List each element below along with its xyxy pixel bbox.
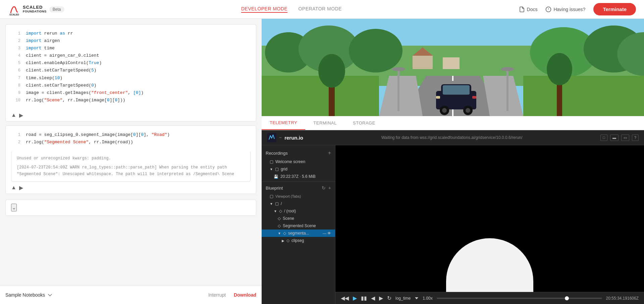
folder-icon: ▢	[275, 167, 279, 171]
rerun-layout-btn-3[interactable]: ▭	[621, 135, 629, 141]
viewport-label: Viewport (Tabs)	[275, 194, 301, 198]
right-panel: TELEMETRY TERMINAL STORAGE ~ rerun.io Wa…	[262, 19, 644, 304]
root-label: /	[281, 201, 282, 206]
nav-developer-mode[interactable]: DEVELOPER MODE	[241, 6, 287, 13]
sidebar-item-root[interactable]: ▼ ◇ / (root)	[262, 207, 335, 215]
rerun-tilde: ~	[279, 135, 282, 140]
rerun-logo-icon	[267, 133, 276, 142]
code-line: 2 rr.log("Segmented Scene", rr.Image(roa…	[6, 139, 256, 146]
header-nav: DEVELOPER MODE OPERATOR MODE	[241, 6, 342, 13]
docs-label: Docs	[527, 7, 538, 12]
code-line: 9 image = client.getImages("front_center…	[6, 89, 256, 97]
issues-link[interactable]: Having issues?	[545, 6, 585, 12]
sidebar-item-clipseg[interactable]: ▶ ◇ clipseg	[262, 237, 335, 244]
svg-point-9	[349, 29, 402, 72]
timeline-track[interactable]	[437, 298, 602, 299]
timeline-step-forward-button[interactable]: ▶	[379, 295, 383, 301]
nav-operator-mode[interactable]: OPERATOR MODE	[298, 6, 342, 13]
rerun-logo: ~ rerun.io	[267, 133, 303, 142]
sidebar-item-grid-recording[interactable]: 💾 20:22:37Z · 5.6 MiB	[262, 173, 335, 180]
svg-marker-20	[262, 76, 379, 116]
expand-cell: ⌄	[5, 199, 256, 216]
issues-icon	[545, 6, 551, 12]
timeline-loop-button[interactable]: ↻	[387, 295, 391, 301]
cell-1-run-button[interactable]: ▶	[19, 112, 23, 118]
tab-telemetry[interactable]: TELEMETRY	[262, 116, 305, 130]
timeline-step-back-button[interactable]: ◀	[371, 295, 375, 301]
logo-icon: SCALED FOUNDATIONS	[8, 3, 20, 15]
code-cell-2-output: Unused or unrecognized kwargs: padding. …	[11, 151, 251, 182]
tab-terminal[interactable]: TERMINAL	[305, 116, 345, 130]
sidebar-item-welcome[interactable]: ▢ Welcome screen	[262, 158, 335, 165]
folder-icon: ▢	[270, 194, 273, 199]
terminate-button[interactable]: Terminate	[593, 3, 636, 15]
interrupt-button[interactable]: Interrupt	[208, 292, 226, 298]
recordings-header: Recordings +	[262, 148, 335, 158]
segmentation-shape	[446, 238, 533, 292]
rerun-body: Recordings + ▢ Welcome screen ▼ ▢ grid	[262, 145, 644, 304]
logo-title: SCALED	[23, 5, 47, 10]
code-line: 10 rr.log("Scene", rr.Image(image[0][0])…	[6, 97, 256, 104]
expand-button[interactable]: ⌄	[11, 204, 17, 211]
header-left: SCALED FOUNDATIONS SCALED FOUNDATIONS Be…	[8, 3, 64, 15]
clipseg-label: clipseg	[291, 238, 304, 243]
sidebar-item-viewport[interactable]: ▢ Viewport (Tabs)	[262, 193, 335, 200]
timeline-speed: 1.00x	[423, 296, 432, 301]
sidebar-item-scene[interactable]: ◇ Scene	[262, 215, 335, 222]
rerun-layout-btn-2[interactable]: ▬	[610, 135, 619, 141]
sidebar-item-root-row[interactable]: ▼ ▢ /	[262, 200, 335, 207]
folder-icon: ▢	[270, 159, 273, 164]
timeline-play-start-button[interactable]: ◀◀	[341, 295, 349, 301]
timeline-sort-icon	[415, 296, 419, 300]
svg-rect-35	[397, 71, 399, 111]
code-line: 5 client.enableApiControl(True)	[6, 59, 256, 67]
download-button[interactable]: Download	[234, 292, 256, 298]
timeline-pause-button[interactable]: ▮▮	[361, 295, 367, 301]
cell-2-collapse-button[interactable]: ▲	[11, 185, 16, 191]
sidebar-item-segmenta[interactable]: ▼ ◇ segmenta... — 👁	[262, 230, 335, 237]
timeline-play-button[interactable]: ▶	[353, 295, 357, 301]
code-line: 1 road = seg_clipseg_0.segment_image(ima…	[6, 131, 256, 139]
svg-point-32	[318, 54, 345, 88]
code-line: 8 client.setCarTargetSpeed(0)	[6, 82, 256, 89]
blueprint-add-button[interactable]: +	[328, 185, 331, 191]
root-path-label: / (root)	[284, 209, 296, 213]
rerun-help-btn[interactable]: ?	[632, 135, 639, 141]
cell-2-run-button[interactable]: ▶	[19, 185, 23, 191]
code-line: 6 client.setCarTargetSpeed(5)	[6, 67, 256, 74]
rerun-timeline: ◀◀ ▶ ▮▮ ◀ ▶ ↻ log_time 1.00x 20:55:34.19…	[335, 292, 644, 304]
recordings-add-button[interactable]: +	[328, 150, 331, 156]
notebook-selector[interactable]: Sample Notebooks	[5, 292, 52, 298]
issues-label: Having issues?	[553, 7, 585, 12]
docs-icon	[519, 6, 525, 12]
rerun-layout-btn-1[interactable]: □	[600, 135, 607, 141]
scene-image	[262, 19, 644, 116]
code-line: 1 import rerun as rr	[6, 30, 256, 37]
tab-storage[interactable]: STORAGE	[345, 116, 383, 130]
rerun-status: Waiting for data from wss://grid.scaledf…	[303, 135, 600, 140]
svg-rect-29	[436, 96, 440, 99]
grid-recording-label: 20:22:37Z · 5.6 MiB	[280, 174, 316, 179]
docs-link[interactable]: Docs	[519, 6, 538, 12]
blueprint-refresh-button[interactable]: ↻	[322, 185, 326, 191]
code-line: 4 client = airgen_car_0.client	[6, 52, 256, 59]
expand-icon: ▼	[274, 209, 277, 213]
panel-tabs: TELEMETRY TERMINAL STORAGE	[262, 116, 644, 130]
bottom-actions: Interrupt Download	[208, 292, 256, 298]
sidebar-item-segmented-scene[interactable]: ◇ Segmented Scene	[262, 222, 335, 230]
svg-rect-24	[443, 85, 470, 95]
code-line: 7 time.sleep(10)	[6, 74, 256, 82]
svg-marker-21	[523, 76, 644, 116]
rerun-title: rerun.io	[284, 135, 303, 141]
rerun-sidebar: Recordings + ▢ Welcome screen ▼ ▢ grid	[262, 145, 335, 304]
grid-label: grid	[281, 167, 287, 171]
welcome-screen-label: Welcome screen	[275, 159, 305, 164]
code-cell-1: 1 import rerun as rr 2 import airgen 3 i…	[5, 24, 256, 121]
logo: SCALED FOUNDATIONS SCALED FOUNDATIONS Be…	[8, 3, 64, 15]
rerun-canvas	[335, 145, 644, 292]
timeline-thumb[interactable]	[565, 296, 569, 300]
chevron-down-icon	[48, 293, 52, 297]
rerun-main: ◀◀ ▶ ▮▮ ◀ ▶ ↻ log_time 1.00x 20:55:34.19…	[335, 145, 644, 304]
cell-1-collapse-button[interactable]: ▲	[11, 112, 16, 118]
sidebar-item-grid[interactable]: ▼ ▢ grid	[262, 165, 335, 173]
